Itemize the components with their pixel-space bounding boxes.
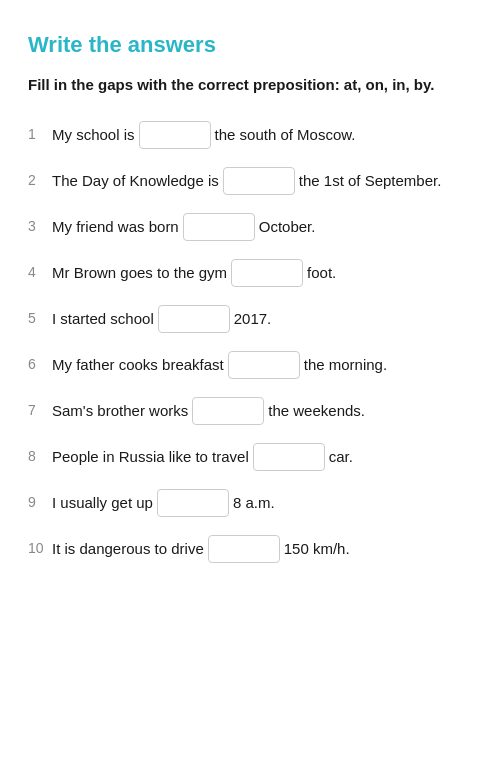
question-item: 2The Day of Knowledge isthe 1st of Septe… [28,167,472,195]
question-item: 7Sam's brother worksthe weekends. [28,397,472,425]
question-text-part: Mr Brown goes to the gym [52,260,227,286]
question-item: 5I started school2017. [28,305,472,333]
answer-input-1[interactable] [139,121,211,149]
question-number: 10 [28,535,52,561]
question-number: 9 [28,489,52,515]
question-text-part: the 1st of September. [299,168,442,194]
question-text: I usually get up8 a.m. [52,489,472,517]
answer-input-6[interactable] [228,351,300,379]
question-text-part: I started school [52,306,154,332]
question-text-part: 8 a.m. [233,490,275,516]
question-number: 4 [28,259,52,285]
question-text: Mr Brown goes to the gymfoot. [52,259,472,287]
question-number: 3 [28,213,52,239]
question-text-part: It is dangerous to drive [52,536,204,562]
answer-input-5[interactable] [158,305,230,333]
question-number: 1 [28,121,52,147]
question-text-part: the weekends. [268,398,365,424]
answer-input-8[interactable] [253,443,325,471]
question-text-part: 2017. [234,306,272,332]
question-number: 5 [28,305,52,331]
answer-input-7[interactable] [192,397,264,425]
question-item: 8People in Russia like to travelcar. [28,443,472,471]
instructions: Fill in the gaps with the correct prepos… [28,74,472,97]
question-text: People in Russia like to travelcar. [52,443,472,471]
question-text: It is dangerous to drive150 km/h. [52,535,472,563]
answer-input-4[interactable] [231,259,303,287]
question-number: 8 [28,443,52,469]
question-number: 7 [28,397,52,423]
question-item: 4Mr Brown goes to the gymfoot. [28,259,472,287]
page-title: Write the answers [28,32,472,58]
question-number: 2 [28,167,52,193]
question-text-part: foot. [307,260,336,286]
answer-input-2[interactable] [223,167,295,195]
question-text-part: My father cooks breakfast [52,352,224,378]
questions-list: 1My school isthe south of Moscow.2The Da… [28,121,472,563]
question-item: 9I usually get up8 a.m. [28,489,472,517]
question-text: The Day of Knowledge isthe 1st of Septem… [52,167,472,195]
question-text: My school isthe south of Moscow. [52,121,472,149]
question-text: My friend was bornOctober. [52,213,472,241]
answer-input-9[interactable] [157,489,229,517]
question-text-part: 150 km/h. [284,536,350,562]
question-text: I started school2017. [52,305,472,333]
question-text-part: car. [329,444,353,470]
question-text-part: My school is [52,122,135,148]
question-text: My father cooks breakfastthe morning. [52,351,472,379]
question-text-part: the south of Moscow. [215,122,356,148]
question-item: 3My friend was bornOctober. [28,213,472,241]
answer-input-3[interactable] [183,213,255,241]
question-text-part: My friend was born [52,214,179,240]
question-item: 1My school isthe south of Moscow. [28,121,472,149]
question-number: 6 [28,351,52,377]
answer-input-10[interactable] [208,535,280,563]
question-text-part: the morning. [304,352,387,378]
question-text-part: People in Russia like to travel [52,444,249,470]
question-text-part: October. [259,214,316,240]
question-text: Sam's brother worksthe weekends. [52,397,472,425]
question-text-part: I usually get up [52,490,153,516]
question-item: 10It is dangerous to drive150 km/h. [28,535,472,563]
question-text-part: The Day of Knowledge is [52,168,219,194]
question-text-part: Sam's brother works [52,398,188,424]
question-item: 6My father cooks breakfastthe morning. [28,351,472,379]
